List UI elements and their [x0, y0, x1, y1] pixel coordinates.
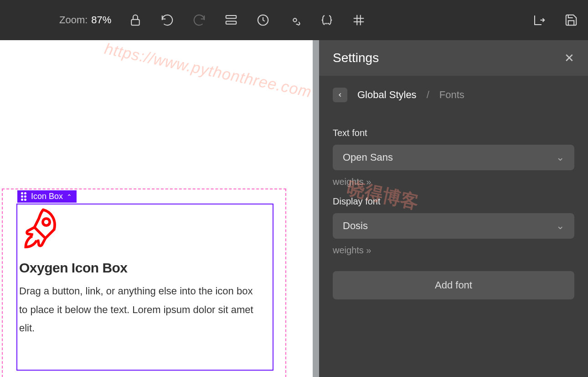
display-font-label: Display font	[333, 196, 574, 207]
svg-point-6	[327, 23, 327, 24]
redo-icon	[191, 12, 207, 28]
breadcrumb-back-button[interactable]	[333, 88, 347, 102]
panel-header: Settings ✕	[319, 40, 588, 76]
settings-panel: Settings ✕ Global Styles / Fonts Text fo…	[319, 40, 588, 377]
fonts-section: Text font Open Sans ⌄ weights » Display …	[319, 114, 588, 304]
svg-rect-2	[226, 21, 237, 24]
chevron-up-icon[interactable]: ⌃	[67, 193, 72, 200]
drag-grip-icon[interactable]	[21, 192, 27, 201]
svg-point-8	[43, 219, 50, 225]
zoom-label: Zoom:	[59, 14, 88, 26]
svg-point-5	[325, 23, 325, 24]
display-font-weights-link[interactable]: weights »	[333, 245, 574, 256]
icon-box-tag[interactable]: Icon Box ⌃	[17, 190, 77, 203]
top-toolbar: Zoom: 87%	[0, 0, 588, 40]
text-font-label: Text font	[333, 128, 574, 138]
export-icon[interactable]	[531, 12, 547, 28]
display-font-select[interactable]: Dosis ⌄	[333, 213, 574, 239]
add-font-button[interactable]: Add font	[333, 271, 574, 299]
lock-icon[interactable]	[128, 12, 143, 28]
zoom-control[interactable]: Zoom: 87%	[59, 14, 111, 26]
icon-box-heading[interactable]: Oxygen Icon Box	[19, 260, 273, 276]
close-icon[interactable]: ✕	[564, 51, 574, 65]
breadcrumb-separator: /	[427, 89, 429, 101]
text-font-weights-link[interactable]: weights »	[333, 177, 574, 187]
svg-rect-0	[132, 20, 140, 26]
display-font-value: Dosis	[343, 220, 368, 232]
structure-icon[interactable]	[223, 12, 239, 28]
breadcrumb-parent[interactable]: Global Styles	[357, 89, 417, 101]
icon-box-paragraph[interactable]: Drag a button, link, or anything else in…	[19, 282, 261, 338]
gear-icon[interactable]	[287, 12, 303, 28]
panel-title: Settings	[333, 51, 379, 65]
breadcrumb-current: Fonts	[439, 89, 464, 101]
icon-box-tag-label: Icon Box	[31, 192, 63, 201]
breadcrumb: Global Styles / Fonts	[319, 76, 588, 114]
chevron-down-icon: ⌄	[556, 220, 564, 232]
div-element[interactable]: Icon Box ⌃ Ox	[2, 188, 286, 377]
rocket-icon	[19, 205, 63, 247]
svg-point-7	[329, 23, 329, 24]
undo-icon[interactable]	[160, 12, 175, 28]
main-area: Icon Box ⌃ Ox	[0, 40, 588, 377]
save-icon[interactable]	[563, 12, 579, 28]
text-font-value: Open Sans	[343, 152, 393, 163]
chevron-down-icon: ⌄	[556, 152, 564, 163]
svg-point-4	[294, 18, 297, 22]
canvas[interactable]: Icon Box ⌃ Ox	[0, 40, 319, 377]
svg-rect-1	[226, 16, 237, 18]
text-font-select[interactable]: Open Sans ⌄	[333, 145, 574, 170]
code-icon[interactable]	[319, 12, 335, 28]
history-icon[interactable]	[255, 12, 271, 28]
icon-box-element[interactable]: Icon Box ⌃ Ox	[16, 204, 273, 371]
zoom-value: 87%	[91, 14, 111, 26]
grid-icon[interactable]	[351, 12, 366, 28]
